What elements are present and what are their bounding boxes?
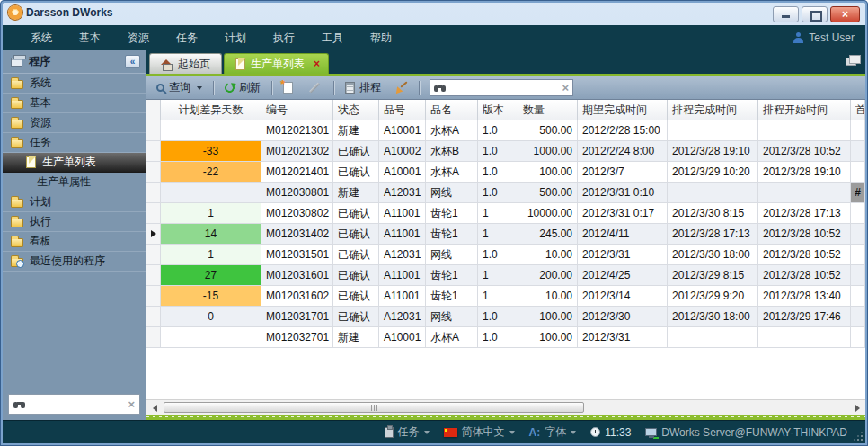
status-language-menu[interactable]: 简体中文 xyxy=(444,424,515,440)
row-indicator[interactable] xyxy=(146,327,161,348)
cell-expect[interactable]: 2012/3/7 xyxy=(578,162,668,183)
toolbar-search-clear-icon[interactable]: × xyxy=(562,82,569,94)
close-button[interactable]: × xyxy=(830,6,860,22)
table-row[interactable]: M012032701新建A10001水杯A1.0100.002012/3/31 xyxy=(146,327,865,348)
toolbar-search-input[interactable] xyxy=(449,82,558,94)
sidebar-item[interactable]: 看板 xyxy=(3,232,146,252)
row-indicator[interactable] xyxy=(146,224,161,245)
cell-sched-end[interactable]: 2012/3/28 19:10 xyxy=(668,141,758,162)
row-indicator[interactable] xyxy=(146,162,161,183)
menu-item[interactable]: 工具 xyxy=(308,25,357,50)
menu-item[interactable]: 计划 xyxy=(211,25,260,50)
cell-status[interactable]: 已确认 xyxy=(333,307,379,327)
column-header[interactable]: 状态 xyxy=(333,100,379,120)
clean-button[interactable] xyxy=(390,80,412,96)
cell-sched-start[interactable]: 2012/3/28 10:52 xyxy=(758,265,851,286)
scrollbar-thumb[interactable] xyxy=(164,402,584,413)
cell-item-no[interactable]: A10001 xyxy=(379,327,426,348)
cell-item-no[interactable]: A12031 xyxy=(379,183,426,203)
cell-version[interactable]: 1.0 xyxy=(478,183,518,203)
resize-grip-icon[interactable] xyxy=(855,433,863,441)
cell-version[interactable]: 1.0 xyxy=(478,307,518,327)
cell-item-name[interactable]: 齿轮1 xyxy=(426,203,478,224)
cell-item-no[interactable]: A12031 xyxy=(379,245,426,265)
column-header[interactable]: 排程开始时间 xyxy=(758,100,851,120)
cell-status[interactable]: 已确认 xyxy=(333,162,379,183)
new-button[interactable] xyxy=(279,80,297,95)
cell-version[interactable]: 1 xyxy=(478,265,518,286)
cell-expect[interactable]: 2012/4/25 xyxy=(578,265,668,286)
cell-sched-start[interactable] xyxy=(758,120,851,141)
cell-item-name[interactable]: 网线 xyxy=(426,245,478,265)
cell-sched-start[interactable]: 2012/3/28 10:52 xyxy=(758,224,851,245)
cell-plan-diff-days[interactable]: 1 xyxy=(161,245,261,265)
row-indicator[interactable] xyxy=(146,245,161,265)
cell-code[interactable]: M012031402 xyxy=(261,224,333,245)
cell-sched-start[interactable]: 2012/3/28 10:52 xyxy=(758,141,851,162)
table-row[interactable]: M012030801新建A12031网线1.0500.002012/3/31 0… xyxy=(146,183,865,203)
column-header[interactable]: 首 xyxy=(851,100,865,120)
cell-plan-diff-days[interactable]: -15 xyxy=(161,286,261,307)
minimize-button[interactable] xyxy=(773,6,799,22)
cell-plan-diff-days[interactable]: 27 xyxy=(161,265,261,286)
row-indicator[interactable] xyxy=(146,120,161,141)
tab-close-icon[interactable]: × xyxy=(314,58,320,70)
sidebar-item[interactable]: 资源 xyxy=(3,113,146,133)
cell-item-no[interactable]: A12031 xyxy=(379,307,426,327)
cell-item-name[interactable]: 水杯B xyxy=(426,141,478,162)
cell-sched-end[interactable]: 2012/3/30 8:15 xyxy=(668,203,758,224)
cell-qty[interactable]: 10000.00 xyxy=(518,203,578,224)
row-indicator[interactable] xyxy=(146,141,161,162)
cell-plan-diff-days[interactable]: 14 xyxy=(161,224,261,245)
scroll-right-icon[interactable] xyxy=(850,401,864,415)
cell-sched-end[interactable] xyxy=(668,183,758,203)
cell-qty[interactable]: 10.00 xyxy=(518,245,578,265)
schedule-button[interactable]: 排程 xyxy=(341,78,385,97)
cell-sched-end[interactable] xyxy=(668,327,758,348)
cell-sched-start[interactable]: 2012/3/28 17:13 xyxy=(758,203,851,224)
cell-status[interactable]: 已确认 xyxy=(333,286,379,307)
column-header[interactable]: 品名 xyxy=(426,100,478,120)
status-font-menu[interactable]: A: 字体 xyxy=(529,424,577,440)
titlebar[interactable]: Darsson DWorks × xyxy=(0,0,868,25)
cell-sched-end[interactable]: 2012/3/29 10:20 xyxy=(668,162,758,183)
table-row[interactable]: M012021301新建A10001水杯A1.0500.002012/2/28 … xyxy=(146,120,865,141)
cell-plan-diff-days[interactable]: 0 xyxy=(161,307,261,327)
sidebar-item[interactable]: 任务 xyxy=(3,133,146,153)
cell-qty[interactable]: 100.00 xyxy=(518,307,578,327)
cell-version[interactable]: 1.0 xyxy=(478,120,518,141)
sidebar-item[interactable]: 计划 xyxy=(3,192,146,212)
cell-item-name[interactable]: 水杯A xyxy=(426,327,478,348)
cell-item-no[interactable]: A11001 xyxy=(379,265,426,286)
pages-icon[interactable] xyxy=(846,58,856,66)
cell-item-name[interactable]: 水杯A xyxy=(426,120,478,141)
cell-status[interactable]: 新建 xyxy=(333,327,379,348)
cell-qty[interactable]: 500.00 xyxy=(518,183,578,203)
cell-qty[interactable]: 500.00 xyxy=(518,120,578,141)
cell-item-no[interactable]: A10001 xyxy=(379,162,426,183)
cell-sched-end[interactable]: 2012/3/29 9:20 xyxy=(668,286,758,307)
tab-inactive[interactable]: 起始页 xyxy=(149,53,222,74)
column-header[interactable]: 数量 xyxy=(518,100,578,120)
cell-plan-diff-days[interactable] xyxy=(161,183,261,203)
menu-item[interactable]: 执行 xyxy=(260,25,308,50)
tab-active[interactable]: 生产单列表× xyxy=(224,53,329,74)
cell-expect[interactable]: 2012/4/11 xyxy=(578,224,668,245)
cell-version[interactable]: 1 xyxy=(478,224,518,245)
sidebar-item[interactable]: 生产单属性 xyxy=(3,173,146,192)
menu-item[interactable]: 系统 xyxy=(17,25,66,50)
cell-plan-diff-days[interactable]: -33 xyxy=(161,141,261,162)
cell-sched-end[interactable]: 2012/3/28 17:13 xyxy=(668,224,758,245)
cell-code[interactable]: M012021401 xyxy=(261,162,333,183)
sidebar-item[interactable]: 最近使用的程序 xyxy=(3,252,146,272)
cell-sched-end[interactable]: 2012/3/30 18:00 xyxy=(668,307,758,327)
table-row[interactable]: -15M012031602已确认A11001齿轮1110.002012/3/14… xyxy=(146,286,865,307)
table-row[interactable]: -33M012021302已确认A10002水杯B1.01000.002012/… xyxy=(146,141,865,162)
cell-sched-start[interactable]: 2012/3/29 17:46 xyxy=(758,307,851,327)
edit-button[interactable] xyxy=(302,85,327,91)
menu-item[interactable]: 基本 xyxy=(66,25,114,50)
cell-item-name[interactable]: 网线 xyxy=(426,183,478,203)
cell-code[interactable]: M012032701 xyxy=(261,327,333,348)
cell-qty[interactable]: 245.00 xyxy=(518,224,578,245)
cell-expect[interactable]: 2012/2/28 15:00 xyxy=(578,120,668,141)
